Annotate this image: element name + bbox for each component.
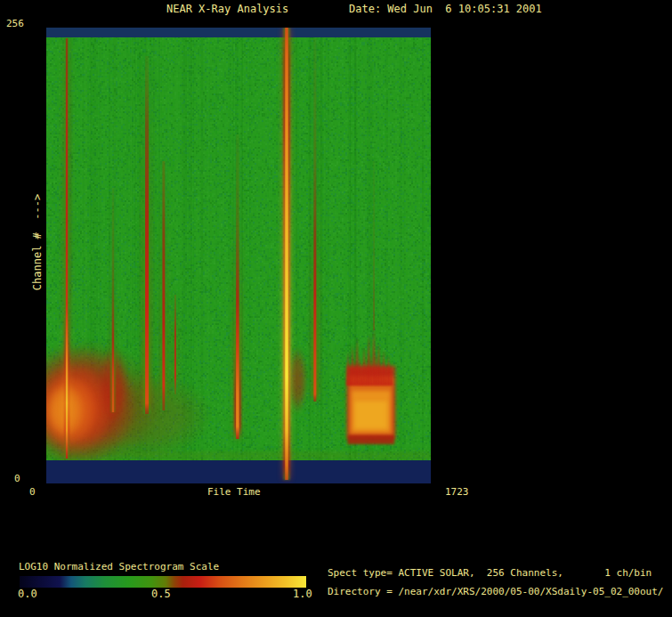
y-axis-title: Channel # ---> [32,194,44,290]
x-axis-min-label: 0 [29,486,36,498]
near-xray-window: NEAR X-Ray Analysis Date: Wed Jun 6 10:0… [0,0,672,617]
colorbar-tick-min: 0.0 [18,589,37,600]
directory-text: Directory = /near/xdr/XRS/2000/05-00/XSd… [328,586,664,597]
y-axis-max-label: 256 [6,18,24,29]
spectrogram-plot [46,28,431,483]
y-axis-min-label: 0 [14,473,20,484]
colorbar [20,576,306,588]
header-date: Date: Wed Jun 6 10:05:31 2001 [349,4,542,15]
x-axis-title: File Time [207,486,261,498]
colorbar-title: LOG10 Normalized Spectrogram Scale [19,561,219,572]
page-title: NEAR X-Ray Analysis [166,4,288,15]
spectrogram-canvas [46,28,431,483]
colorbar-tick-max: 1.0 [293,589,312,600]
x-axis-max-label: 1723 [445,486,469,498]
spect-type-text: Spect type= ACTIVE SOLAR, 256 Channels, … [328,567,652,579]
colorbar-tick-mid: 0.5 [151,589,171,600]
